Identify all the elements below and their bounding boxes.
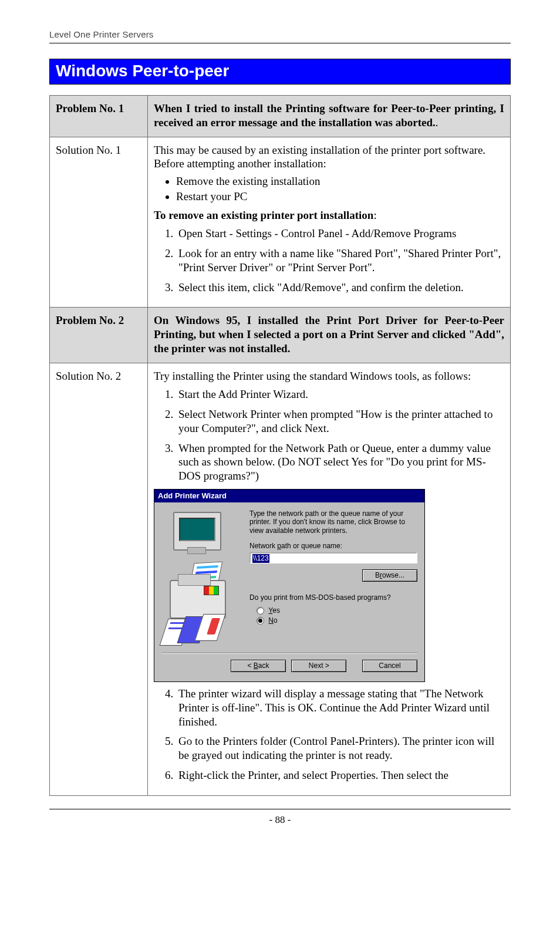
radio-icon bbox=[257, 607, 264, 615]
solution-1-steps: Open Start - Settings - Control Panel - … bbox=[154, 227, 504, 294]
radio-text: es bbox=[272, 606, 280, 615]
problem-1-text-a: When I tried to install the Printing sof… bbox=[154, 102, 504, 129]
problem-1-label: Problem No. 1 bbox=[50, 96, 148, 137]
solution-1-body: This may be caused by an existing instal… bbox=[148, 137, 511, 308]
solution-2-steps-after: The printer wizard will display a messag… bbox=[154, 687, 504, 782]
solution-1-intro: This may be caused by an existing instal… bbox=[154, 143, 504, 171]
table-row: Problem No. 2 On Windows 95, I installed… bbox=[50, 308, 511, 363]
list-item: Restart your PC bbox=[176, 190, 504, 204]
add-printer-wizard-dialog: Add Printer Wizard bbox=[154, 489, 425, 682]
list-item: Start the Add Printer Wizard. bbox=[176, 387, 504, 401]
list-item: Go to the Printers folder (Control Panel… bbox=[176, 734, 504, 762]
btn-accelerator: B bbox=[254, 662, 258, 670]
solution-2-body: Try installing the Printer using the sta… bbox=[148, 363, 511, 795]
solution-2-steps-before: Start the Add Printer Wizard. Select Net… bbox=[154, 387, 504, 483]
network-path-value: \\123 bbox=[252, 554, 269, 563]
page: Level One Printer Servers Windows Peer-t… bbox=[0, 0, 560, 840]
problem-1-text-b: . bbox=[436, 116, 438, 129]
list-item: Select Network Printer when prompted "Ho… bbox=[176, 407, 504, 436]
list-item: The printer wizard will display a messag… bbox=[176, 687, 504, 728]
problem-2-text: On Windows 95, I installed the Print Por… bbox=[148, 308, 511, 363]
solution-1-subhead-a: To remove an existing printer port insta… bbox=[154, 209, 373, 221]
troubleshoot-table: Problem No. 1 When I tried to install th… bbox=[49, 95, 511, 796]
documents-icon bbox=[164, 614, 234, 642]
solution-1-subhead: To remove an existing printer port insta… bbox=[154, 208, 504, 222]
divider bbox=[161, 653, 417, 654]
monitor-foot-icon bbox=[187, 547, 206, 554]
dialog-instruction: Type the network path or the queue name … bbox=[249, 509, 417, 535]
problem-2-label: Problem No. 2 bbox=[50, 308, 148, 363]
label-part: Network bbox=[249, 542, 277, 550]
solution-1-bullets: Remove the existing installation Restart… bbox=[154, 174, 504, 204]
msdos-question: Do you print from MS-DOS-based programs? bbox=[249, 593, 417, 602]
btn-part: ack bbox=[258, 662, 269, 670]
btn-part: B bbox=[375, 571, 380, 579]
radio-yes[interactable]: Yes bbox=[257, 606, 417, 615]
next-button[interactable]: Next > bbox=[291, 660, 346, 672]
network-path-label: Network path or queue name: bbox=[249, 542, 417, 551]
back-button[interactable]: < Back bbox=[231, 660, 286, 672]
solution-1-subhead-b: : bbox=[373, 209, 376, 221]
radio-accel: N bbox=[268, 616, 274, 625]
list-item: Right-click the Printer, and select Prop… bbox=[176, 768, 504, 782]
list-item: When prompted for the Network Path or Qu… bbox=[176, 441, 504, 483]
running-header: Level One Printer Servers bbox=[49, 29, 511, 43]
btn-part: < bbox=[247, 662, 253, 670]
radio-icon bbox=[257, 617, 264, 625]
solution-1-label: Solution No. 1 bbox=[50, 137, 148, 308]
solution-2-label: Solution No. 2 bbox=[50, 363, 148, 795]
cancel-button[interactable]: Cancel bbox=[362, 660, 417, 672]
table-row: Solution No. 2 Try installing the Printe… bbox=[50, 363, 511, 795]
monitor-icon bbox=[173, 512, 221, 551]
label-part: ath or queue name: bbox=[281, 542, 342, 550]
radio-no[interactable]: No bbox=[257, 616, 417, 625]
browse-button[interactable]: Browse... bbox=[362, 569, 417, 582]
table-row: Problem No. 1 When I tried to install th… bbox=[50, 96, 511, 137]
table-row: Solution No. 1 This may be caused by an … bbox=[50, 137, 511, 308]
printer-icon bbox=[170, 580, 226, 619]
page-number: - 88 - bbox=[49, 809, 511, 826]
section-title: Windows Peer-to-peer bbox=[49, 59, 511, 85]
list-item: Remove the existing installation bbox=[176, 174, 504, 188]
dialog-button-row: < Back Next > Cancel bbox=[161, 660, 417, 678]
dialog-title: Add Printer Wizard bbox=[154, 490, 424, 502]
wizard-illustration bbox=[161, 509, 242, 644]
problem-1-text: When I tried to install the Printing sof… bbox=[148, 96, 511, 137]
btn-part: owse... bbox=[382, 571, 404, 579]
solution-2-intro: Try installing the Printer using the sta… bbox=[154, 369, 504, 383]
list-item: Look for an entry with a name like "Shar… bbox=[176, 247, 504, 275]
list-item: Open Start - Settings - Control Panel - … bbox=[176, 227, 504, 241]
network-path-input[interactable]: \\123 bbox=[249, 552, 417, 563]
list-item: Select this item, click "Add/Remove", an… bbox=[176, 281, 504, 295]
dialog-form: Type the network path or the queue name … bbox=[249, 509, 417, 644]
radio-text: o bbox=[274, 616, 278, 625]
